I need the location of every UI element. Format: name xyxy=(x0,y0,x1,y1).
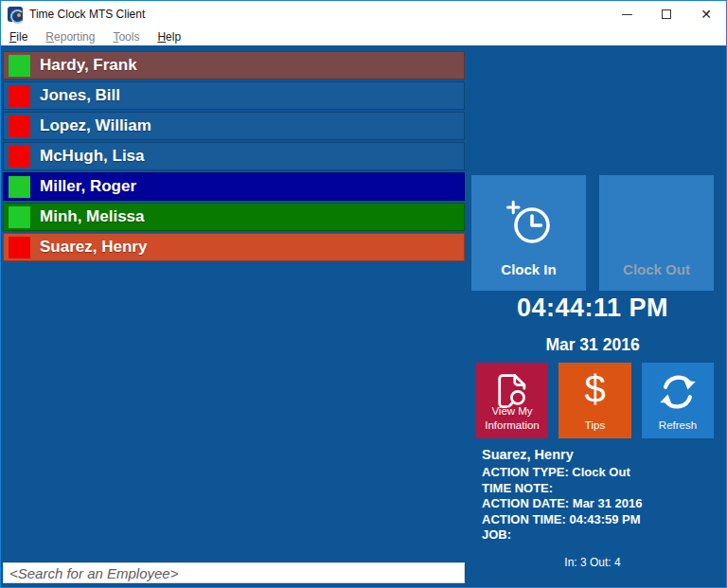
current-date: Mar 31 2016 xyxy=(471,335,714,355)
employee-name: Hardy, Frank xyxy=(40,56,137,75)
status-in-indicator xyxy=(9,176,30,198)
title-bar: Time Clock MTS Client ✕ xyxy=(1,1,726,27)
last-action-employee: Suarez, Henry xyxy=(482,447,643,462)
last-action-note: TIME NOTE: xyxy=(482,481,643,497)
employee-name: Minh, Melissa xyxy=(40,207,145,226)
employee-row[interactable]: Jones, Bill xyxy=(3,81,465,110)
current-time: 04:44:11 PM xyxy=(471,294,714,323)
employee-name: Suarez, Henry xyxy=(40,238,147,257)
status-in-indicator xyxy=(9,206,30,228)
window-controls: ✕ xyxy=(607,1,726,27)
refresh-label: Refresh xyxy=(659,419,697,432)
employee-row[interactable]: Lopez, William xyxy=(3,112,465,140)
clock-out-button[interactable]: Clock Out xyxy=(599,175,714,291)
tips-button[interactable]: $ Tips xyxy=(559,363,631,438)
status-in-indicator xyxy=(9,55,30,77)
app-window: Time Clock MTS Client ✕ File Reporting T… xyxy=(0,0,727,588)
minimize-button[interactable] xyxy=(607,1,647,27)
close-icon: ✕ xyxy=(700,8,712,21)
app-icon xyxy=(8,7,23,22)
employee-name: Miller, Roger xyxy=(40,177,136,196)
clock-plus-icon xyxy=(505,198,554,251)
last-action-panel: Suarez, Henry ACTION TYPE: Clock Out TIM… xyxy=(482,447,643,543)
close-button[interactable]: ✕ xyxy=(686,1,726,27)
last-action-job: JOB: xyxy=(482,527,643,543)
maximize-icon xyxy=(662,9,671,19)
dollar-icon: $ xyxy=(584,370,605,408)
status-out-indicator xyxy=(9,146,30,168)
menu-help[interactable]: Help xyxy=(157,30,181,44)
employee-row[interactable]: Miller, Roger xyxy=(3,172,465,201)
employee-row[interactable]: McHugh, Lisa xyxy=(3,142,465,170)
search-input[interactable] xyxy=(3,562,465,583)
tips-label: Tips xyxy=(585,419,605,432)
employee-row[interactable]: Suarez, Henry xyxy=(3,233,465,261)
employee-name: Lopez, William xyxy=(40,116,151,135)
employee-name: Jones, Bill xyxy=(40,86,120,105)
last-action-type: ACTION TYPE: Clock Out xyxy=(482,465,643,481)
menu-reporting[interactable]: Reporting xyxy=(45,30,95,44)
refresh-icon xyxy=(656,370,700,418)
view-my-information-button[interactable]: View My Information xyxy=(476,363,548,438)
menu-tools[interactable]: Tools xyxy=(113,30,139,44)
last-action-date: ACTION DATE: Mar 31 2016 xyxy=(482,496,643,512)
minimize-icon xyxy=(622,14,632,15)
employee-row[interactable]: Hardy, Frank xyxy=(3,51,465,80)
menu-bar: File Reporting Tools Help xyxy=(1,27,726,45)
employee-list: Hardy, FrankJones, BillLopez, WilliamMcH… xyxy=(3,51,465,263)
employee-name: McHugh, Lisa xyxy=(40,147,145,166)
employee-row[interactable]: Minh, Melissa xyxy=(3,203,465,231)
main-content: Hardy, FrankJones, BillLopez, WilliamMcH… xyxy=(1,45,726,587)
refresh-button[interactable]: Refresh xyxy=(642,363,714,438)
menu-file[interactable]: File xyxy=(9,30,27,44)
status-out-indicator xyxy=(9,237,30,258)
window-title: Time Clock MTS Client xyxy=(29,8,145,21)
status-out-indicator xyxy=(9,116,30,137)
document-search-icon xyxy=(491,370,533,416)
clock-in-button[interactable]: Clock In xyxy=(471,175,586,291)
maximize-button[interactable] xyxy=(647,1,686,27)
status-out-indicator xyxy=(9,85,30,107)
last-action-time: ACTION TIME: 04:43:59 PM xyxy=(482,512,643,528)
clock-in-label: Clock In xyxy=(501,261,556,277)
in-out-count: In: 3 Out: 4 xyxy=(471,556,714,569)
clock-out-label: Clock Out xyxy=(623,261,690,277)
